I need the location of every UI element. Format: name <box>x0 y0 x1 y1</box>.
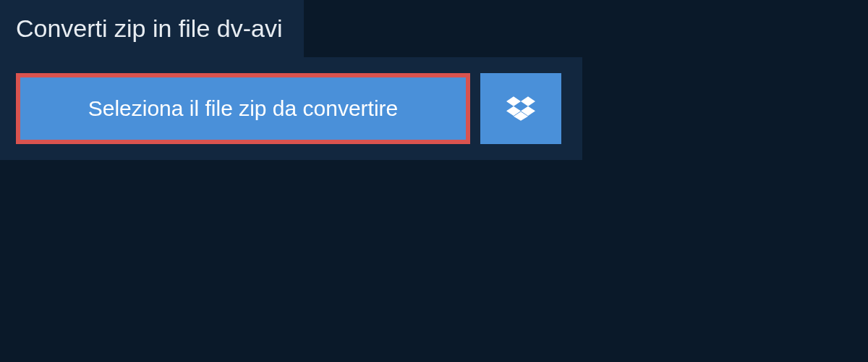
page-title: Converti zip in file dv-avi <box>16 14 282 42</box>
select-file-label: Seleziona il file zip da convertire <box>88 96 399 120</box>
select-file-button[interactable]: Seleziona il file zip da convertire <box>16 73 470 144</box>
page-title-tab: Converti zip in file dv-avi <box>0 0 304 57</box>
button-row: Seleziona il file zip da convertire <box>16 73 566 144</box>
upload-panel: Seleziona il file zip da convertire <box>0 57 582 160</box>
dropbox-icon <box>506 94 535 123</box>
dropbox-button[interactable] <box>480 73 561 144</box>
